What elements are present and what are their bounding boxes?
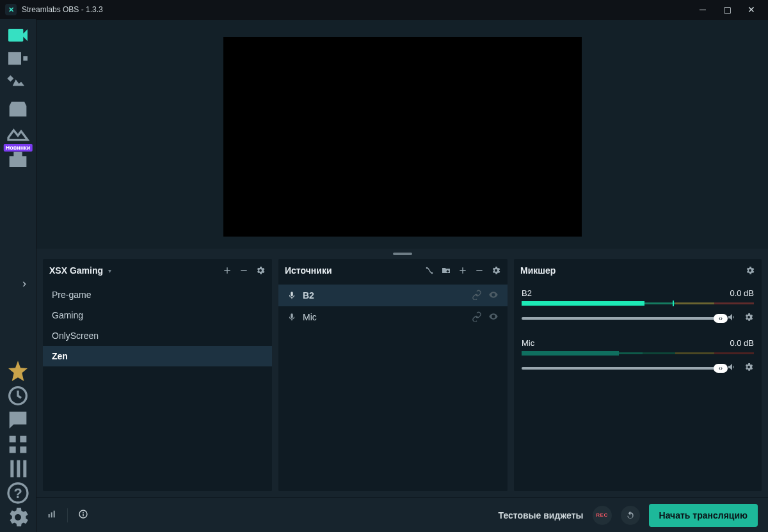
svg-point-16	[83, 512, 84, 513]
status-bar: Тестовые виджеты REC Начать трансляцию	[36, 497, 768, 532]
speaker-icon[interactable]	[727, 362, 737, 374]
source-item[interactable]: Mic	[278, 306, 508, 328]
left-sidebar: Новинки ?	[0, 19, 36, 532]
sidebar-prime-icon[interactable]	[5, 359, 31, 384]
channel-name: Mic	[522, 338, 534, 348]
sidebar-dashboard-icon[interactable]	[5, 120, 31, 145]
svg-point-10	[426, 267, 428, 269]
title-bar: ✕ Streamlabs OBS - 1.3.3 ─ ▢ ✕	[0, 0, 768, 19]
sidebar-studio-icon[interactable]	[5, 47, 31, 72]
scene-item[interactable]: Pre-game	[43, 285, 272, 305]
speaker-icon[interactable]	[727, 312, 737, 324]
volume-slider[interactable]: ‹›	[522, 367, 721, 370]
svg-rect-14	[54, 511, 55, 518]
scenes-panel: XSX Gaming ▾ Pre-game Gaming OnlyScreen …	[43, 259, 272, 491]
channel-db: 0.0 dB	[730, 338, 754, 348]
panel-resize-handle[interactable]	[36, 249, 768, 259]
sidebar-layout-icon[interactable]	[5, 457, 31, 481]
volume-slider[interactable]: ‹›	[522, 317, 721, 320]
svg-text:?: ?	[13, 485, 22, 501]
channel-settings-icon[interactable]	[744, 362, 754, 374]
remove-source-button[interactable]	[474, 265, 484, 276]
source-link-icon[interactable]	[472, 290, 482, 302]
remove-scene-button[interactable]	[239, 265, 249, 276]
source-label: B2	[303, 290, 314, 301]
scene-settings-button[interactable]	[255, 265, 266, 276]
sidebar-notifications-icon[interactable]	[5, 384, 31, 408]
preview-area[interactable]	[36, 20, 768, 249]
sources-panel: Источники B2	[278, 259, 508, 491]
replay-buffer-button[interactable]	[621, 506, 640, 525]
preview-canvas	[223, 37, 582, 237]
window-close-button[interactable]: ✕	[740, 3, 763, 17]
mic-icon	[287, 313, 296, 322]
rec-label: REC	[596, 512, 607, 518]
scene-item[interactable]: Gaming	[43, 305, 272, 325]
vu-meter	[522, 301, 754, 306]
sidebar-grid-icon[interactable]	[5, 432, 31, 457]
source-settings-button[interactable]	[491, 265, 501, 276]
mic-icon	[287, 291, 296, 300]
svg-rect-1	[10, 436, 16, 442]
add-scene-button[interactable]	[222, 265, 232, 276]
go-live-button[interactable]: Начать трансляцию	[649, 504, 758, 527]
svg-rect-12	[49, 514, 50, 517]
scene-label: Zen	[52, 351, 68, 361]
scene-item[interactable]: Zen	[43, 346, 272, 366]
source-visibility-icon[interactable]	[488, 290, 499, 302]
record-button[interactable]: REC	[593, 506, 612, 525]
svg-rect-7	[23, 460, 26, 478]
svg-rect-3	[10, 446, 16, 453]
svg-rect-4	[20, 446, 26, 453]
sources-panel-title: Источники	[285, 265, 332, 276]
scene-label: Gaming	[52, 310, 83, 320]
scene-collection-name: XSX Gaming	[49, 265, 103, 276]
sidebar-settings-icon[interactable]	[5, 505, 31, 529]
new-badge: Новинки	[4, 144, 33, 152]
mixer-panel: Микшер B2 0.0 dB	[514, 259, 762, 491]
add-source-button[interactable]	[458, 265, 468, 276]
sidebar-help-icon[interactable]: ?	[5, 481, 31, 505]
channel-name: B2	[522, 288, 532, 298]
chevron-down-icon: ▾	[108, 267, 111, 274]
info-icon[interactable]	[78, 509, 88, 521]
mixer-panel-title: Микшер	[520, 265, 556, 276]
svg-rect-2	[20, 436, 26, 442]
window-title: Streamlabs OBS - 1.3.3	[22, 5, 103, 14]
sidebar-appstore-icon[interactable]	[5, 96, 31, 120]
test-widgets-button[interactable]: Тестовые виджеты	[499, 510, 584, 520]
vu-meter	[522, 351, 754, 356]
scene-label: OnlyScreen	[52, 331, 99, 341]
sidebar-themes-icon[interactable]	[5, 72, 31, 96]
add-folder-button[interactable]	[441, 265, 451, 276]
channel-db: 0.0 dB	[730, 288, 754, 298]
app-logo-icon: ✕	[5, 4, 17, 15]
source-transition-icon[interactable]	[424, 265, 435, 276]
window-minimize-button[interactable]: ─	[691, 3, 714, 17]
source-item[interactable]: B2	[278, 285, 508, 306]
mixer-channel: B2 0.0 dB ‹›	[522, 288, 754, 324]
source-visibility-icon[interactable]	[488, 311, 499, 324]
svg-rect-5	[10, 460, 13, 478]
scene-label: Pre-game	[52, 290, 91, 300]
performance-metrics-icon[interactable]	[47, 509, 57, 521]
svg-point-11	[431, 272, 433, 274]
divider	[67, 508, 68, 522]
panel-expand-chevron-icon[interactable]: ›	[22, 277, 26, 290]
channel-settings-icon[interactable]	[744, 312, 754, 324]
sidebar-highlighter-icon[interactable]: Новинки	[5, 148, 31, 173]
window-maximize-button[interactable]: ▢	[716, 3, 739, 17]
mixer-channel: Mic 0.0 dB ‹›	[522, 338, 754, 374]
scene-collection-dropdown[interactable]: XSX Gaming ▾	[49, 265, 111, 276]
source-link-icon[interactable]	[472, 311, 482, 324]
scene-item[interactable]: OnlyScreen	[43, 325, 272, 346]
mixer-settings-button[interactable]	[745, 265, 755, 276]
source-label: Mic	[303, 312, 317, 322]
sidebar-chat-icon[interactable]	[5, 408, 31, 432]
svg-rect-17	[83, 513, 83, 516]
sidebar-editor-icon[interactable]	[5, 23, 31, 47]
svg-rect-13	[51, 512, 52, 517]
svg-rect-6	[17, 460, 20, 478]
